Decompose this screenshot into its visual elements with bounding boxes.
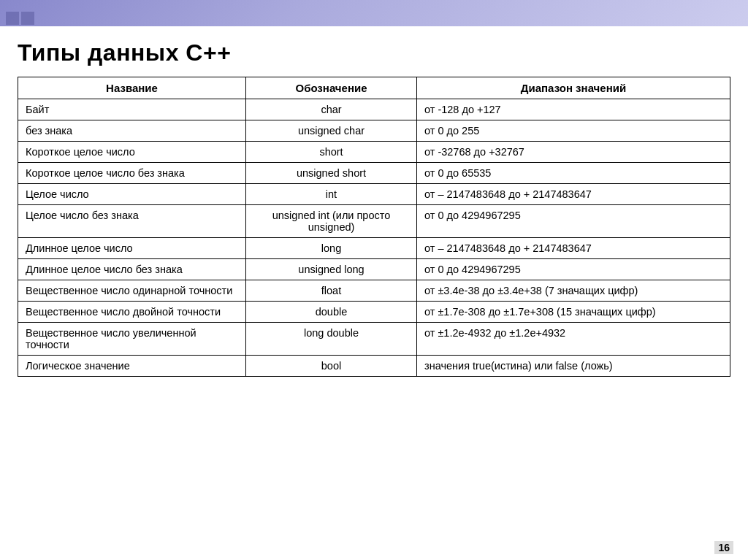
cell-notation: long double	[246, 323, 417, 356]
cell-range: от – 2147483648 до + 2147483647	[417, 238, 730, 259]
cell-notation: unsigned int (или просто unsigned)	[246, 205, 417, 238]
table-row: Вещественное число одинарной точностиflo…	[18, 280, 730, 302]
table-row: Вещественное число увеличенной точностиl…	[18, 323, 730, 356]
cell-name: Длинное целое число без знака	[18, 259, 246, 280]
cell-notation: char	[246, 99, 417, 120]
data-types-table: Название Обозначение Диапазон значений Б…	[18, 77, 730, 377]
cell-name: Байт	[18, 99, 246, 120]
decorative-squares	[6, 12, 34, 25]
cell-name: Целое число без знака	[18, 205, 246, 238]
cell-range: от 0 до 4294967295	[417, 259, 730, 280]
cell-range: от -32768 до +32767	[417, 142, 730, 163]
cell-range: от – 2147483648 до + 2147483647	[417, 184, 730, 205]
cell-notation: bool	[246, 356, 417, 377]
cell-notation: float	[246, 280, 417, 302]
cell-range: от 0 до 65535	[417, 163, 730, 184]
cell-notation: double	[246, 302, 417, 323]
table-row: Длинное целое числоlongот – 2147483648 д…	[18, 238, 730, 259]
col-header-name: Название	[18, 77, 246, 99]
cell-range: от 0 до 255	[417, 120, 730, 142]
cell-name: Короткое целое число без знака	[18, 163, 246, 184]
cell-notation: int	[246, 184, 417, 205]
page-number: 16	[714, 541, 733, 554]
cell-name: Короткое целое число	[18, 142, 246, 163]
cell-name: Вещественное число двойной точности	[18, 302, 246, 323]
cell-range: значения true(истина) или false (ложь)	[417, 356, 730, 377]
cell-notation: long	[246, 238, 417, 259]
cell-notation: short	[246, 142, 417, 163]
table-header-row: Название Обозначение Диапазон значений	[18, 77, 730, 99]
table-row: Логическое значениеboolзначения true(ист…	[18, 356, 730, 377]
cell-name: Вещественное число увеличенной точности	[18, 323, 246, 356]
cell-name: Вещественное число одинарной точности	[18, 280, 246, 302]
cell-range: от ±1.7е-308 до ±1.7е+308 (15 значащих ц…	[417, 302, 730, 323]
table-row: без знакаunsigned charот 0 до 255	[18, 120, 730, 142]
cell-name: без знака	[18, 120, 246, 142]
cell-range: от ±3.4е-38 до ±3.4е+38 (7 значащих цифр…	[417, 280, 730, 302]
table-row: Короткое целое число без знакаunsigned s…	[18, 163, 730, 184]
cell-notation: unsigned char	[246, 120, 417, 142]
top-bar	[0, 0, 748, 26]
cell-name: Длинное целое число	[18, 238, 246, 259]
cell-range: от -128 до +127	[417, 99, 730, 120]
table-row: Короткое целое числоshortот -32768 до +3…	[18, 142, 730, 163]
cell-notation: unsigned long	[246, 259, 417, 280]
table-row: Целое числоintот – 2147483648 до + 21474…	[18, 184, 730, 205]
cell-range: от ±1.2е-4932 до ±1.2е+4932	[417, 323, 730, 356]
page-content: Типы данных C++ Название Обозначение Диа…	[0, 26, 748, 384]
col-header-range: Диапазон значений	[417, 77, 730, 99]
cell-name: Целое число	[18, 184, 246, 205]
table-row: Длинное целое число без знакаunsigned lo…	[18, 259, 730, 280]
page-title: Типы данных C++	[18, 39, 730, 66]
table-row: Целое число без знакаunsigned int (или п…	[18, 205, 730, 238]
cell-range: от 0 до 4294967295	[417, 205, 730, 238]
cell-notation: unsigned short	[246, 163, 417, 184]
cell-name: Логическое значение	[18, 356, 246, 377]
table-row: Байтcharот -128 до +127	[18, 99, 730, 120]
table-row: Вещественное число двойной точностиdoubl…	[18, 302, 730, 323]
col-header-notation: Обозначение	[246, 77, 417, 99]
